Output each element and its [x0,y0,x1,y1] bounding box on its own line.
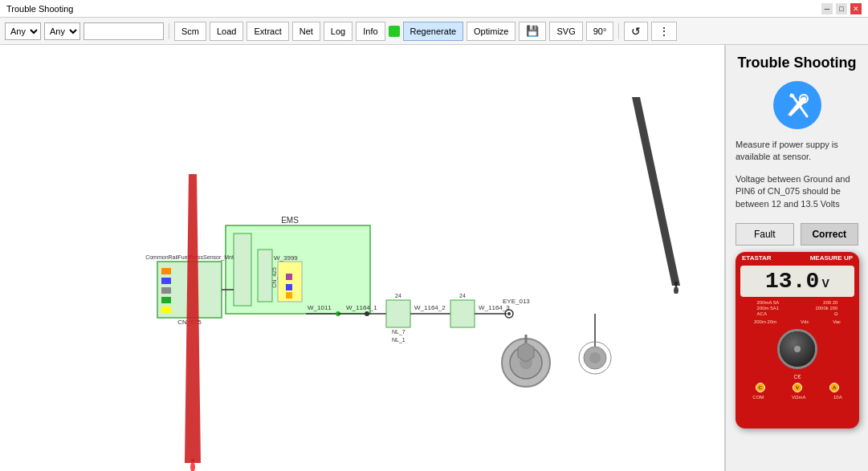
svg-rect-8 [286,274,292,280]
svg-marker-44 [185,174,201,463]
probe-black [608,93,712,294]
title-bar-left: Trouble Shooting [6,4,73,14]
search-input[interactable] [84,22,164,40]
right-panel: Trouble Shooting Measure if power suppy … [725,45,868,471]
sensor-component [490,319,562,391]
brand-right: MEASURE UP [810,254,853,262]
load-button[interactable]: Load [210,22,243,41]
multimeter: ETASTAR MEASURE UP 13.0 V 200mA 5A 200m … [736,252,859,428]
svg-text:EYE_013: EYE_013 [503,298,530,305]
svg-point-26 [365,311,369,316]
svg-rect-3 [234,233,251,306]
status-indicator [389,26,400,37]
extract-button[interactable]: Extract [247,22,288,41]
probe-red [112,166,225,471]
app-title: Trouble Shooting [6,4,73,14]
log-button[interactable]: Log [324,22,352,41]
minimize-button[interactable]: ─ [821,3,833,14]
svg-text:24: 24 [459,293,466,298]
terminal-10a: A [829,383,839,392]
window-controls[interactable]: ─ □ ✕ [821,3,862,14]
maximize-button[interactable]: □ [836,3,847,14]
svg-text:W_1164_1: W_1164_1 [346,304,377,311]
main-layout: EMS CN_425 CN_003 W_3999 CommonRailFuelP… [0,45,868,471]
svg-point-49 [674,286,679,294]
ce-mark: C€ [736,372,859,381]
panel-icon [773,81,821,129]
svg-text:NL_7: NL_7 [392,329,405,335]
meter-screen: 13.0 V [740,266,854,297]
terminal-com: C [756,383,765,392]
fault-button[interactable]: Fault [736,223,794,246]
menu-button[interactable]: ⋮ [651,22,677,41]
divider2 [618,23,619,39]
svg-rect-33 [450,300,475,327]
meter-brand: ETASTAR MEASURE UP [736,252,859,264]
meter-dial[interactable] [777,329,817,369]
meter-terminals: C V A [736,381,859,394]
svg-point-38 [507,312,511,315]
panel-buttons: Fault Correct [736,223,858,246]
close-button[interactable]: ✕ [850,3,862,14]
panel-description2: Voltage between Ground and PIN6 of CN_07… [736,173,858,210]
svg-rect-27 [386,300,410,327]
panel-title: Trouble Shooting [736,55,858,71]
save-icon-button[interactable]: 💾 [519,22,546,41]
svg-rect-5 [258,250,272,302]
panel-description1: Measure if power suppy is available at s… [736,139,858,164]
svg-text:NL_1: NL_1 [392,337,405,343]
svg-point-43 [589,352,601,363]
terminal-label-com: COM [752,395,764,400]
divider1 [169,23,169,39]
svg-text:W_1011: W_1011 [308,304,332,311]
scm-button[interactable]: Scm [174,22,206,41]
svg-rect-10 [286,292,292,298]
refresh-button[interactable]: ↺ [624,22,648,41]
toolbar: Any Any Scm Load Extract Net Log Info Re… [0,18,868,45]
brand-left: ETASTAR [742,254,772,262]
optimize-button[interactable]: Optimize [467,22,516,41]
regenerate-button[interactable]: Regenerate [403,22,464,41]
filter2-select[interactable]: Any [44,22,80,40]
rotate-button[interactable]: 90° [586,22,614,41]
svg-point-46 [190,462,195,471]
filter1-select[interactable]: Any [5,22,41,40]
info-button[interactable]: Info [356,22,385,41]
svg-rect-9 [286,284,292,290]
svg-text:EMS: EMS [281,216,299,225]
net-button[interactable]: Net [292,22,320,41]
canvas-area[interactable]: EMS CN_425 CN_003 W_3999 CommonRailFuelP… [0,45,725,471]
wrench-screwdriver-icon [781,89,813,121]
meter-reading: 13.0 [765,269,819,294]
svg-text:W_1164_3: W_1164_3 [479,304,510,311]
meter-unit: V [822,277,829,290]
terminal-label-10a: 10A [833,395,842,400]
title-bar: Trouble Shooting ─ □ ✕ [0,0,868,18]
correct-button[interactable]: Correct [801,223,859,246]
svg-button[interactable]: SVG [549,22,582,41]
terminal-label-vohm: VΩmA [792,395,806,400]
svg-text:W_1164_2: W_1164_2 [414,304,446,311]
terminal-vohm: V [793,383,802,392]
svg-marker-47 [632,97,680,286]
svg-text:24: 24 [395,293,401,298]
svg-text:W_3999: W_3999 [274,254,298,262]
